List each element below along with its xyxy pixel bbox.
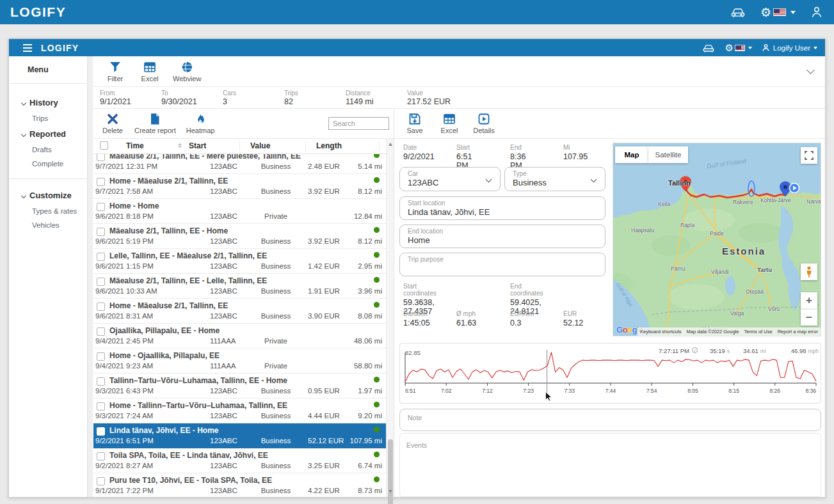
zoom-out-button[interactable]: − bbox=[801, 309, 817, 326]
column-header-length[interactable]: Length bbox=[316, 141, 342, 150]
sidebar-section-customize[interactable]: Customize bbox=[9, 187, 87, 204]
row-checkbox[interactable] bbox=[97, 253, 105, 261]
column-header-time[interactable]: Time bbox=[126, 141, 144, 150]
table-row[interactable]: Mäealuse 2/1, Tallinn, EE - Home9/6/2021… bbox=[93, 224, 386, 249]
sidebar-item-trips[interactable]: Trips bbox=[9, 111, 87, 125]
details-button[interactable]: Details bbox=[469, 111, 499, 136]
row-checkbox[interactable] bbox=[97, 203, 105, 211]
row-checkbox[interactable] bbox=[97, 352, 105, 361]
trip-time: 9/6/2021 8:31 AM bbox=[95, 312, 153, 320]
create-report-button[interactable]: Create report bbox=[131, 111, 180, 136]
collapse-panel-chevron-icon[interactable] bbox=[806, 66, 815, 74]
excel-button[interactable]: Excel bbox=[134, 59, 165, 84]
row-checkbox[interactable] bbox=[97, 377, 105, 386]
trip-purpose-field[interactable]: Trip purpose bbox=[399, 253, 605, 276]
stat-end: End8:36 PM bbox=[510, 144, 525, 170]
table-row[interactable]: Home - Mäealuse 2/1, Tallinn, EE9/7/2021… bbox=[93, 174, 386, 199]
start-location-field[interactable]: Start location Linda tänav, Jõhvi, EE bbox=[399, 196, 605, 220]
map-canvas bbox=[613, 143, 821, 336]
row-checkbox[interactable] bbox=[97, 427, 105, 436]
type-select[interactable]: Type Business bbox=[504, 167, 605, 191]
vehicles-icon[interactable] bbox=[702, 42, 716, 54]
window-header-actions: ⚙ Logify User bbox=[702, 42, 817, 54]
account-button[interactable] bbox=[810, 5, 824, 19]
table-row[interactable]: Linda tänav, Jõhvi, EE - Home9/2/2021 6:… bbox=[93, 423, 386, 448]
table-row[interactable]: Mäealuse 2/1, Tallinn, EE - Lelle, Talli… bbox=[93, 274, 386, 299]
svg-text:7:54: 7:54 bbox=[646, 388, 657, 394]
table-row[interactable]: Puru tee T10, Jõhvi, EE - Toila SPA, Toi… bbox=[93, 473, 386, 497]
save-button[interactable]: Save bbox=[399, 111, 430, 136]
svg-text:8:36: 8:36 bbox=[805, 388, 816, 394]
map-attribution-item[interactable]: Map data ©2022 Google bbox=[684, 327, 742, 336]
sidebar-item-vehicles[interactable]: Vehicles bbox=[9, 218, 87, 232]
select-all-checkbox[interactable] bbox=[100, 141, 108, 150]
chevron-down-icon bbox=[486, 177, 492, 183]
trip-purpose-label: Trip purpose bbox=[408, 256, 444, 263]
table-row[interactable]: Ojaallika, Pillapalu, EE - Home9/4/2021 … bbox=[93, 324, 386, 349]
sidebar-item-drafts[interactable]: Drafts bbox=[9, 143, 87, 157]
table-row[interactable]: Home - Ojaallika, Pillapalu, EE9/4/2021 … bbox=[93, 349, 386, 374]
table-row[interactable]: Mäealuse 2/1, Tallinn, EE - Mere puieste… bbox=[93, 154, 386, 174]
table-row[interactable]: Tallinn–Tartu–Võru–Luhamaa, Tallinn, EE … bbox=[93, 374, 386, 398]
filter-button[interactable]: Filter bbox=[100, 59, 131, 84]
scroll-up-icon[interactable] bbox=[389, 143, 392, 146]
settings-language-button[interactable]: ⚙ bbox=[760, 6, 796, 19]
trip-value: 52.12 EUR bbox=[308, 437, 344, 445]
row-checkbox[interactable] bbox=[97, 452, 105, 461]
column-header-start[interactable]: Start bbox=[189, 141, 206, 150]
sidebar-section-reported[interactable]: Reported bbox=[9, 125, 87, 143]
field-label: Date bbox=[403, 144, 435, 151]
excel-button[interactable]: Excel bbox=[434, 111, 465, 136]
row-checkbox[interactable] bbox=[97, 154, 105, 161]
vertical-scrollbar[interactable] bbox=[386, 139, 394, 497]
map-attribution-item[interactable]: Keyboard shortcuts bbox=[638, 327, 684, 336]
vehicles-icon[interactable] bbox=[730, 5, 746, 19]
trip-car: 123ABC bbox=[210, 487, 237, 494]
note-field[interactable]: Note bbox=[399, 409, 821, 431]
map[interactable]: Gulf of FinlandTallinnKeilaRakvereKohtla… bbox=[613, 143, 821, 336]
map-attribution-item[interactable]: Report a map error bbox=[775, 327, 821, 336]
table-row[interactable]: Home - Tallinn–Tartu–Võru–Luhamaa, Talli… bbox=[93, 398, 386, 423]
end-location-field[interactable]: End location Home bbox=[399, 224, 605, 248]
trip-length: 6.74 mi bbox=[358, 462, 382, 469]
table-row[interactable]: Home - Home9/6/2021 8:18 PM123ABCPrivate… bbox=[93, 199, 386, 224]
summary-trips: Trips82 bbox=[284, 90, 298, 106]
column-header-value[interactable]: Value bbox=[250, 141, 270, 150]
map-attribution-item[interactable]: Terms of Use bbox=[741, 327, 774, 336]
row-checkbox[interactable] bbox=[97, 228, 105, 236]
table-row[interactable]: Toila SPA, Toila, EE - Linda tänav, Jõhv… bbox=[93, 448, 386, 473]
settings-language-button[interactable]: ⚙ bbox=[725, 43, 751, 52]
search-input[interactable] bbox=[328, 117, 389, 130]
outer-topbar: LOGIFY ⚙ bbox=[0, 0, 834, 24]
pegman-button[interactable] bbox=[801, 264, 817, 280]
scrollbar-thumb[interactable] bbox=[388, 439, 393, 504]
row-checkbox[interactable] bbox=[97, 477, 105, 485]
satellite-mode-button[interactable]: Satellite bbox=[648, 146, 688, 163]
sort-icon[interactable] bbox=[178, 143, 182, 148]
row-checkbox[interactable] bbox=[97, 303, 105, 311]
sidebar-item-complete[interactable]: Complete bbox=[9, 157, 87, 171]
sidebar-menu-title: Menu bbox=[9, 56, 87, 84]
speed-chart[interactable]: 82.85 7:27:11 PMi 35:19s 34.61mi 46.98mp… bbox=[399, 343, 821, 404]
delete-button[interactable]: Delete bbox=[97, 111, 128, 136]
scroll-down-icon[interactable] bbox=[389, 490, 392, 493]
sidebar-item-types-rates[interactable]: Types & rates bbox=[9, 204, 87, 218]
zoom-in-button[interactable]: + bbox=[801, 292, 817, 309]
map-mode-button[interactable]: Map bbox=[615, 146, 648, 163]
fullscreen-button[interactable] bbox=[801, 147, 817, 164]
row-checkbox[interactable] bbox=[97, 327, 105, 336]
row-checkbox[interactable] bbox=[97, 402, 105, 411]
field-label: End coordinates bbox=[510, 283, 543, 297]
webview-button[interactable]: Webview bbox=[169, 59, 205, 84]
row-checkbox[interactable] bbox=[97, 278, 105, 286]
row-checkbox[interactable] bbox=[97, 178, 105, 186]
table-row[interactable]: Lelle, Tallinn, EE - Mäealuse 2/1, Talli… bbox=[93, 249, 386, 274]
car-select[interactable]: Car 123ABC bbox=[399, 167, 501, 191]
user-menu-button[interactable]: Logify User bbox=[761, 43, 817, 52]
sidebar-section-history[interactable]: History bbox=[9, 94, 87, 111]
trip-car: 111AAA bbox=[210, 337, 236, 345]
trip-value: 1.91 EUR bbox=[308, 287, 340, 295]
heatmap-button[interactable]: Heatmap bbox=[182, 111, 219, 136]
table-row[interactable]: Home - Mäealuse 2/1, Tallinn, EE9/6/2021… bbox=[93, 299, 386, 324]
menu-hamburger-icon[interactable] bbox=[23, 44, 32, 52]
